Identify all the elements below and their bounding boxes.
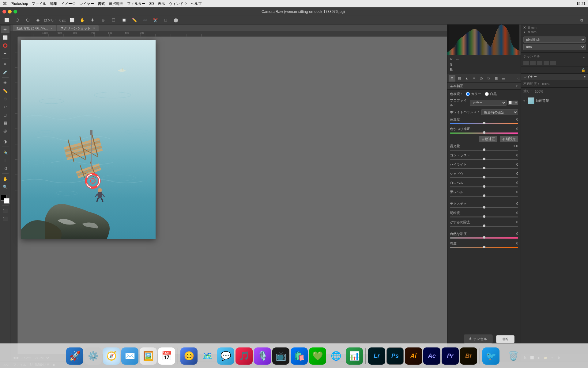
cr-controls-scroll[interactable]: 色表現： カラー 白黒 プロファイル： — [447, 90, 521, 361]
cr-tool-calibrate[interactable]: ▦ — [493, 75, 499, 82]
maximize-button[interactable] — [13, 10, 17, 13]
eyedropper-tool[interactable]: 💉 — [1, 68, 9, 76]
clone-tool[interactable]: ⊕ — [1, 95, 9, 102]
unit-select-2[interactable]: mm — [523, 44, 586, 50]
dock-numbers[interactable]: 📊 — [346, 347, 363, 365]
crop-tool[interactable]: ⌗ — [1, 60, 9, 68]
cr-panel-collapse[interactable]: ◁ — [517, 77, 519, 80]
cr-tool-lens[interactable]: ◎ — [478, 75, 485, 82]
channel-icon-1[interactable] — [523, 61, 529, 65]
close-button[interactable] — [2, 10, 6, 13]
profile-icon2[interactable]: ⊞ — [513, 101, 518, 105]
options-tool4[interactable]: ◈ — [34, 17, 42, 24]
dock-appletv[interactable]: 📺 — [272, 347, 289, 365]
menu-select[interactable]: 選択範囲 — [109, 1, 123, 6]
channel-icon-2[interactable] — [530, 61, 536, 65]
dock-finder[interactable]: 😊 — [180, 347, 198, 365]
options-tool10[interactable]: 🔲 — [120, 17, 128, 24]
menu-help[interactable]: ヘルプ — [191, 1, 202, 6]
minimize-button[interactable] — [8, 10, 12, 13]
tab-video[interactable]: 動画背景 @ 66.7%… × — [13, 25, 56, 31]
auto-button[interactable]: 自動補正 — [479, 136, 497, 142]
bw-radio[interactable] — [485, 92, 489, 96]
bw-option[interactable]: 白黒 — [485, 92, 497, 96]
channel-icon-4[interactable] — [544, 61, 549, 65]
channels-expand[interactable]: ▲ — [582, 55, 586, 59]
window-controls[interactable] — [2, 10, 17, 13]
lasso-tool[interactable]: ⭕ — [1, 42, 9, 49]
options-tool14[interactable]: □ — [161, 17, 170, 24]
cr-section-collapse[interactable]: ▼ — [515, 84, 518, 88]
menu-view[interactable]: 表示 — [158, 1, 165, 6]
tint-slider-track[interactable] — [450, 132, 518, 134]
apple-menu[interactable]: ⌘ — [2, 1, 7, 6]
options-tool8[interactable]: ⊕ — [99, 17, 107, 24]
color-temp-slider-track[interactable] — [450, 123, 518, 124]
tint-thumb[interactable] — [483, 131, 485, 134]
zoom-tool[interactable]: 🔍 — [1, 183, 9, 190]
dock-photoshop[interactable]: Ps — [386, 347, 404, 365]
options-tool6[interactable]: ✋ — [78, 17, 87, 24]
dock-appstore[interactable]: 🛍️ — [291, 347, 308, 365]
options-tool5[interactable]: ⬜ — [68, 17, 76, 24]
type-tool[interactable]: T — [1, 156, 9, 164]
shadows-slider[interactable] — [450, 177, 518, 178]
background-color[interactable] — [4, 198, 9, 204]
brush-tool[interactable]: ✏️ — [1, 87, 9, 94]
history-tool[interactable]: ↩ — [1, 103, 9, 110]
saturation-slider[interactable] — [450, 247, 518, 248]
cr-tool-basic[interactable]: ⚙ — [449, 75, 455, 82]
gradient-tool[interactable]: ▦ — [1, 119, 9, 126]
marquee-tool[interactable]: ⬜ — [1, 34, 9, 41]
highlights-slider[interactable] — [450, 168, 518, 169]
layer-item[interactable]: 👁 動画背景 — [522, 96, 587, 105]
lock-icon[interactable]: 🔒 — [581, 68, 586, 72]
vibrance-slider[interactable] — [450, 237, 518, 239]
options-tool1[interactable]: ⬜ — [2, 17, 11, 24]
contrast-thumb[interactable] — [483, 158, 485, 160]
color-selector[interactable] — [1, 195, 9, 204]
color-radio[interactable] — [466, 92, 470, 96]
reset-button[interactable]: 初期設定 — [500, 136, 518, 142]
tab-video-close[interactable]: × — [51, 27, 52, 30]
hand-tool[interactable]: ✋ — [1, 175, 9, 182]
dock-chrome[interactable]: 🌐 — [327, 347, 345, 365]
contrast-slider[interactable] — [450, 159, 518, 160]
channel-icon-5[interactable] — [550, 61, 556, 65]
vibrance-thumb[interactable] — [483, 236, 485, 239]
blacks-thumb[interactable] — [483, 194, 485, 197]
exposure-slider[interactable] — [450, 150, 518, 151]
menu-photoshop[interactable]: Photoshop — [10, 2, 28, 6]
cr-tool-tone[interactable]: ▤ — [456, 75, 463, 82]
dock-twitter[interactable]: 🐦 — [482, 347, 499, 365]
dehaze-slider[interactable] — [450, 226, 518, 227]
menu-type[interactable]: 書式 — [98, 1, 105, 6]
options-tool11[interactable]: ✏️ — [130, 17, 139, 24]
healing-tool[interactable]: ✚ — [1, 79, 9, 86]
options-tool9[interactable]: ☐ — [109, 17, 118, 24]
cancel-button[interactable]: キャンセル — [464, 335, 492, 343]
dock-podcasts[interactable]: 🎙️ — [254, 347, 271, 365]
dodge-tool[interactable]: ◑ — [1, 138, 9, 145]
dock-aftereffects[interactable]: Ae — [423, 347, 440, 365]
menu-file[interactable]: ファイル — [32, 1, 46, 6]
layers-menu[interactable]: ≡ — [584, 75, 586, 79]
options-tool3[interactable]: ⬡ — [23, 17, 32, 24]
channel-icon-3[interactable] — [537, 61, 542, 65]
layer-visibility[interactable]: 👁 — [523, 99, 526, 102]
highlights-thumb[interactable] — [483, 167, 485, 169]
eraser-tool[interactable]: ◻ — [1, 111, 9, 118]
dock-bridge[interactable]: Br — [460, 347, 477, 365]
cr-tool-presets[interactable]: ☰ — [500, 75, 507, 82]
saturation-thumb[interactable] — [483, 246, 485, 248]
texture-thumb[interactable] — [483, 206, 485, 209]
dock-line[interactable]: 💚 — [309, 347, 326, 365]
wb-select[interactable]: 撮影時の設定 — [481, 109, 518, 115]
dock-safari[interactable]: 🧭 — [103, 347, 120, 365]
cr-tool-color[interactable]: ▲ — [463, 75, 470, 82]
quick-mask-tool[interactable]: ⬛ — [1, 207, 9, 214]
shadows-thumb[interactable] — [483, 176, 485, 178]
menu-3d[interactable]: 3D — [149, 2, 154, 6]
dock-system-prefs[interactable]: ⚙️ — [85, 347, 102, 365]
menu-edit[interactable]: 編集 — [50, 1, 57, 6]
